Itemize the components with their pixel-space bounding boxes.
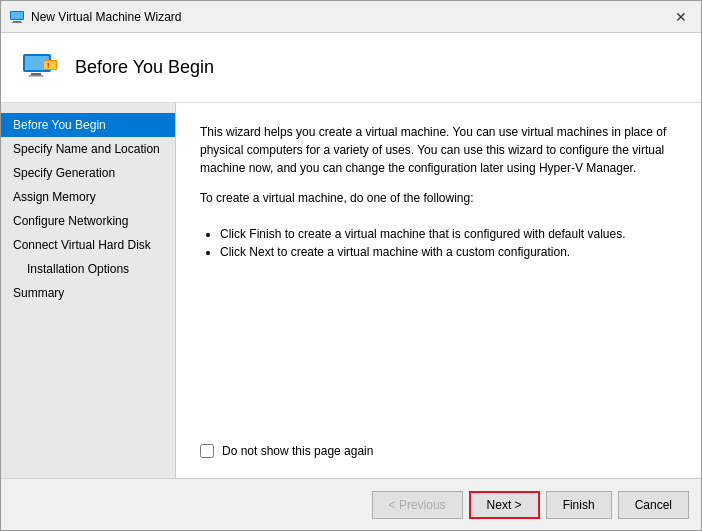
content-paragraph1: This wizard helps you create a virtual m… [200,123,677,177]
wizard-nav: Before You BeginSpecify Name and Locatio… [1,103,176,478]
nav-item-configure-networking[interactable]: Configure Networking [1,209,175,233]
checkbox-row: Do not show this page again [200,424,677,458]
wizard-footer: < Previous Next > Finish Cancel [1,478,701,530]
content-paragraph2: To create a virtual machine, do one of t… [200,189,677,207]
bullet-item-1: Click Finish to create a virtual machine… [220,227,677,241]
bullet-item-2: Click Next to create a virtual machine w… [220,245,677,259]
title-bar: New Virtual Machine Wizard ✕ [1,1,701,33]
nav-item-assign-memory[interactable]: Assign Memory [1,185,175,209]
nav-item-installation-options[interactable]: Installation Options [1,257,175,281]
wizard-body: Before You BeginSpecify Name and Locatio… [1,103,701,478]
wizard-header: ! Before You Begin [1,33,701,103]
previous-button[interactable]: < Previous [372,491,463,519]
svg-rect-9 [44,61,56,69]
svg-rect-7 [29,75,43,77]
wizard-window: New Virtual Machine Wizard ✕ ! Before Yo… [0,0,702,531]
finish-button[interactable]: Finish [546,491,612,519]
page-title: Before You Begin [75,57,214,78]
close-button[interactable]: ✕ [669,5,693,29]
nav-item-summary[interactable]: Summary [1,281,175,305]
nav-item-specify-generation[interactable]: Specify Generation [1,161,175,185]
svg-text:!: ! [47,62,49,69]
nav-item-before-you-begin[interactable]: Before You Begin [1,113,175,137]
checkbox-label[interactable]: Do not show this page again [222,444,373,458]
next-button[interactable]: Next > [469,491,540,519]
cancel-button[interactable]: Cancel [618,491,689,519]
bullet-list: Click Finish to create a virtual machine… [220,227,677,263]
window-icon [9,9,25,25]
svg-rect-3 [11,12,23,19]
header-icon: ! [21,52,61,84]
svg-rect-2 [12,22,22,23]
nav-item-connect-virtual-hard-disk[interactable]: Connect Virtual Hard Disk [1,233,175,257]
svg-rect-6 [31,73,41,75]
wizard-content: This wizard helps you create a virtual m… [176,103,701,478]
nav-item-specify-name-location[interactable]: Specify Name and Location [1,137,175,161]
do-not-show-checkbox[interactable] [200,444,214,458]
window-title: New Virtual Machine Wizard [31,10,669,24]
